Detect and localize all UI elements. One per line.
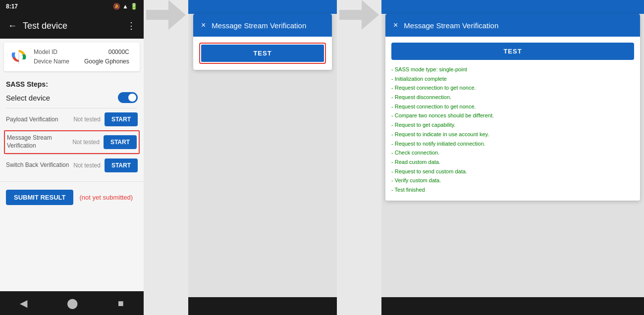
result-line-6: - Request to get capability. — [391, 120, 634, 130]
result-line-1: - Initialization complete — [391, 74, 634, 84]
result-line-2: - Request connection to get nonce. — [391, 83, 634, 93]
arrow-2 — [337, 0, 381, 30]
device-name-value: Google Gphones — [84, 57, 129, 66]
back-nav-icon[interactable]: ◀ — [20, 297, 27, 309]
result-line-7: - Request to indicate in use account key… — [391, 130, 634, 139]
submit-area: SUBMIT RESULT (not yet submitted) — [0, 181, 144, 213]
result-line-5: - Compare two nonces should be different… — [391, 111, 634, 120]
step-row-message-stream: Message StreamVerification Not tested ST… — [4, 130, 140, 154]
home-nav-icon[interactable]: ⬤ — [67, 297, 78, 309]
result-line-3: - Request disconnection. — [391, 93, 634, 102]
nav-bar: ◀ ⬤ ■ — [0, 291, 144, 315]
switch-back-status: Not tested — [73, 162, 101, 169]
dialog-1-header: × Message Stream Verification — [193, 14, 332, 37]
message-stream-start-button[interactable]: START — [104, 135, 137, 149]
step-row-payload: Payload Verification Not tested START — [6, 108, 138, 130]
payload-status: Not tested — [73, 116, 101, 123]
dialog-1-close-icon[interactable]: × — [201, 21, 206, 30]
dialog-1-content: × Message Stream Verification TEST — [193, 14, 332, 70]
device-info-text: Model ID 00000C Device Name Google Gphon… — [34, 48, 129, 66]
payload-start-button[interactable]: START — [105, 112, 138, 126]
switch-back-start-button[interactable]: START — [105, 158, 138, 172]
dialog-1-bottom-bar — [188, 297, 337, 315]
recent-nav-icon[interactable]: ■ — [118, 298, 124, 309]
device-info-card: Model ID 00000C Device Name Google Gphon… — [4, 43, 140, 71]
dialog-2-title: Message Stream Verification — [404, 21, 498, 30]
dialog-2-close-icon[interactable]: × — [393, 21, 398, 30]
model-id-value: 00000C — [108, 48, 129, 57]
result-line-13: - Test finished — [391, 185, 634, 195]
test-btn-wrapper: TEST — [199, 43, 326, 64]
submit-result-button[interactable]: SUBMIT RESULT — [6, 190, 73, 205]
not-submitted-text: (not yet submitted) — [79, 194, 133, 201]
dialog-2-content: × Message Stream Verification TEST - SAS… — [385, 14, 640, 201]
select-device-label: Select device — [6, 94, 50, 102]
arrow-1 — [144, 0, 188, 30]
dialog-1-body: TEST — [193, 37, 332, 70]
phone-panel: 8:17 🔕 ▲ 🔋 ← Test device ⋮ — [0, 0, 144, 315]
device-logo — [10, 48, 28, 66]
status-time: 8:17 — [6, 3, 18, 10]
result-line-8: - Request to notify initiated connection… — [391, 139, 634, 149]
result-line-12: - Verify custom data. — [391, 176, 634, 185]
device-name-label: Device Name — [34, 57, 69, 66]
dialog-panel-1: × Message Stream Verification TEST — [188, 0, 337, 315]
dialog-2-bottom-bar — [381, 297, 644, 315]
sass-title: SASS Steps: — [6, 80, 138, 88]
dialog-1-title: Message Stream Verification — [212, 21, 306, 30]
dialog-panel-2: × Message Stream Verification TEST - SAS… — [381, 0, 644, 315]
result-line-4: - Request connection to get nonce. — [391, 102, 634, 111]
app-title: Test device — [23, 21, 67, 31]
result-line-10: - Read custom data. — [391, 158, 634, 167]
message-stream-label: Message StreamVerification — [7, 134, 68, 150]
sass-section: SASS Steps: Select device Payload Verifi… — [0, 75, 144, 181]
payload-label: Payload Verification — [6, 116, 69, 124]
result-line-0: - SASS mode type: single-point — [391, 65, 634, 74]
step-row-switch-back: Switch Back Verification Not tested STAR… — [6, 154, 138, 176]
sim-icon: 🔕 — [113, 3, 120, 10]
message-stream-status: Not tested — [72, 139, 100, 146]
dialog-2-body: TEST - SASS mode type: single-point- Ini… — [385, 37, 640, 201]
app-bar: ← Test device ⋮ — [0, 13, 144, 39]
battery-icon: 🔋 — [130, 3, 138, 10]
status-bar: 8:17 🔕 ▲ 🔋 — [0, 0, 144, 13]
dialog-2-header: × Message Stream Verification — [385, 14, 640, 37]
back-icon[interactable]: ← — [8, 21, 17, 31]
wifi-icon: ▲ — [122, 3, 128, 10]
result-lines: - SASS mode type: single-point- Initiali… — [391, 65, 634, 195]
status-icons: 🔕 ▲ 🔋 — [113, 3, 138, 10]
dialog-1-test-button[interactable]: TEST — [201, 45, 324, 62]
more-icon[interactable]: ⋮ — [127, 20, 136, 31]
switch-back-label: Switch Back Verification — [6, 161, 69, 169]
select-device-toggle[interactable] — [118, 92, 138, 103]
result-line-11: - Request to send custom data. — [391, 167, 634, 176]
result-line-9: - Check connection. — [391, 148, 634, 158]
dialog-2-test-button[interactable]: TEST — [391, 43, 634, 60]
phone-content: ← Test device ⋮ Model ID 00000C D — [0, 13, 144, 291]
select-device-row: Select device — [6, 92, 138, 103]
model-id-label: Model ID — [34, 48, 57, 57]
